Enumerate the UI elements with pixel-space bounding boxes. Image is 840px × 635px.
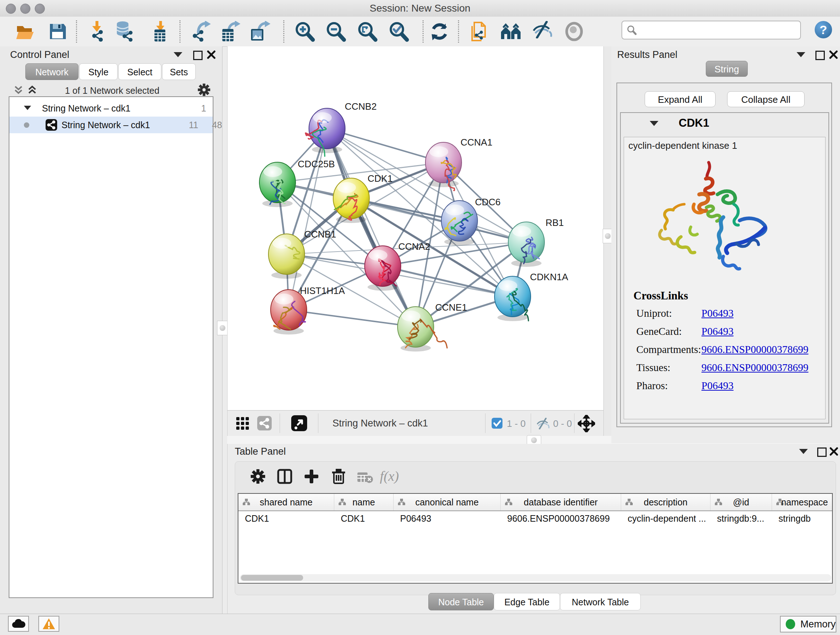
column-header-shared-name[interactable]: shared name [238, 494, 334, 510]
refresh-view-icon[interactable] [429, 21, 450, 42]
column-header-name[interactable]: name [334, 494, 393, 510]
help-button[interactable]: ? [815, 21, 832, 38]
right-splitter[interactable] [603, 46, 612, 443]
cloud-status-button[interactable] [8, 616, 29, 632]
current-network-title: String Network – cdk1 [332, 418, 428, 429]
network-node-HIST1H1A[interactable]: HIST1H1A [271, 285, 345, 334]
network-node-CCNA1[interactable]: CCNA1 [425, 137, 493, 190]
import-network-from-database-icon[interactable] [114, 21, 135, 42]
memory-button[interactable]: Memory [780, 616, 836, 632]
export-table-icon[interactable] [220, 21, 241, 42]
table-header-row: shared namenamecanonical namedatabase id… [238, 494, 833, 511]
crosslink-label: Compartments: [636, 344, 701, 356]
results-panel: Results Panel String Expand All Collapse… [611, 46, 840, 443]
left-splitter-handle[interactable] [217, 321, 228, 335]
network-canvas[interactable]: CCNB2CCNA1CDC25BCDK1CDC6RB1CCNB1CCNA2CDK… [227, 46, 604, 410]
crosslink-link[interactable]: P06493 [701, 307, 734, 319]
column-header-database-identifier[interactable]: database identifier [501, 494, 621, 510]
table-cell[interactable]: stringdb [772, 510, 833, 526]
show-graphics-details-icon[interactable] [564, 21, 584, 42]
panel-menu-caret-icon[interactable] [799, 449, 808, 454]
network-node-CDKN1A[interactable]: CDKN1A [494, 272, 568, 321]
scrollbar-thumb[interactable] [241, 575, 303, 581]
network-node-RB1[interactable]: RB1 [508, 217, 564, 267]
network-options-gear-icon[interactable] [197, 83, 210, 96]
crosslink-link[interactable]: P06493 [701, 380, 734, 392]
table-cell[interactable]: cyclin-dependent ... [621, 510, 711, 526]
expand-all-chevron-icon[interactable] [27, 86, 38, 95]
show-columns-icon[interactable] [277, 469, 292, 484]
table-settings-gear-icon[interactable] [250, 469, 265, 484]
export-image-icon[interactable] [249, 21, 271, 42]
expand-all-button[interactable]: Expand All [645, 91, 715, 107]
panel-close-icon[interactable] [207, 50, 216, 59]
network-share-view-icon[interactable] [257, 416, 272, 431]
selected-nodes-checkbox[interactable] [492, 418, 502, 429]
panel-menu-caret-icon[interactable] [174, 52, 182, 57]
tab-edge-table[interactable]: Edge Table [494, 593, 560, 610]
function-builder-icon[interactable]: f(x) [380, 468, 399, 484]
tab-sets[interactable]: Sets [162, 63, 196, 80]
network-node-CCNE1[interactable]: CCNE1 [398, 302, 467, 352]
new-network-from-selection-icon[interactable] [469, 21, 490, 42]
panel-float-icon[interactable] [193, 51, 202, 60]
node-label-CCNB1: CCNB1 [304, 229, 336, 240]
hidden-eye-icon[interactable] [536, 418, 550, 429]
collapse-all-button[interactable]: Collapse All [727, 91, 805, 107]
import-table-from-file-icon[interactable] [150, 21, 171, 42]
tab-network[interactable]: Network [25, 63, 79, 80]
table-cell[interactable]: stringdb:9... [711, 510, 772, 526]
network-node-CCNB2[interactable]: CCNB2 [305, 101, 377, 157]
panel-float-icon[interactable] [817, 448, 827, 457]
delete-table-icon[interactable] [357, 472, 373, 483]
crosslink-link[interactable]: 9606.ENSP00000378699 [701, 362, 808, 374]
gene-details: cyclin-dependent kinase 1 [624, 137, 826, 419]
tab-node-table[interactable]: Node Table [428, 593, 494, 610]
network-collection-row[interactable]: String Network – cdk1 1 [9, 100, 213, 117]
table-cell[interactable]: CDK1 [334, 510, 393, 526]
crosslink-link[interactable]: P06493 [701, 325, 734, 337]
network-node-CDC25B[interactable]: CDC25B [259, 158, 335, 207]
table-horizontal-scrollbar[interactable] [240, 574, 831, 581]
import-network-from-file-icon[interactable] [87, 21, 108, 42]
panel-close-icon[interactable] [829, 447, 838, 456]
export-network-icon[interactable] [191, 21, 212, 42]
panel-close-icon[interactable] [829, 50, 838, 59]
zoom-in-icon[interactable] [294, 21, 315, 42]
zoom-out-icon[interactable] [325, 21, 346, 42]
column-header--id[interactable]: @id [711, 494, 772, 510]
tab-style[interactable]: Style [79, 63, 118, 80]
panel-float-icon[interactable] [815, 51, 825, 60]
grid-view-icon[interactable] [236, 417, 249, 430]
add-column-icon[interactable] [304, 469, 319, 484]
warning-status-button[interactable] [38, 616, 59, 632]
column-header-namespace[interactable]: namespace [772, 494, 833, 510]
hide-selection-icon[interactable] [532, 21, 553, 42]
panel-menu-caret-icon[interactable] [797, 52, 805, 57]
tab-select[interactable]: Select [118, 63, 161, 80]
node-label-CDK1: CDK1 [368, 173, 393, 184]
tab-string[interactable]: String [706, 61, 748, 77]
table-cell[interactable]: P06493 [393, 510, 501, 526]
network-row[interactable]: String Network – cdk1 11 48 [9, 117, 213, 133]
table-cell[interactable]: CDK1 [238, 510, 334, 526]
birds-eye-view-icon[interactable] [291, 415, 307, 431]
column-header-canonical-name[interactable]: canonical name [393, 494, 501, 510]
first-neighbors-icon[interactable] [500, 21, 521, 42]
collection-expander-icon[interactable] [24, 106, 31, 110]
search-box [622, 21, 801, 40]
crosslink-link[interactable]: 9606.ENSP00000378699 [701, 344, 808, 356]
fit-selected-crosshair-icon[interactable] [578, 415, 595, 432]
column-header-description[interactable]: description [621, 494, 711, 510]
tab-network-table[interactable]: Network Table [560, 593, 641, 610]
table-cell[interactable]: 9606.ENSP00000378699 [501, 510, 621, 526]
save-session-icon[interactable] [47, 21, 68, 42]
zoom-selected-icon[interactable] [388, 21, 409, 42]
delete-column-trash-icon[interactable] [332, 469, 346, 485]
gene-section-expander-icon[interactable] [650, 121, 658, 126]
search-input[interactable] [639, 22, 797, 37]
zoom-fit-icon[interactable] [357, 21, 378, 42]
collapse-all-chevron-icon[interactable] [13, 86, 24, 95]
open-file-icon[interactable] [15, 21, 36, 42]
network-node-CCNB1[interactable]: CCNB1 [268, 229, 336, 279]
